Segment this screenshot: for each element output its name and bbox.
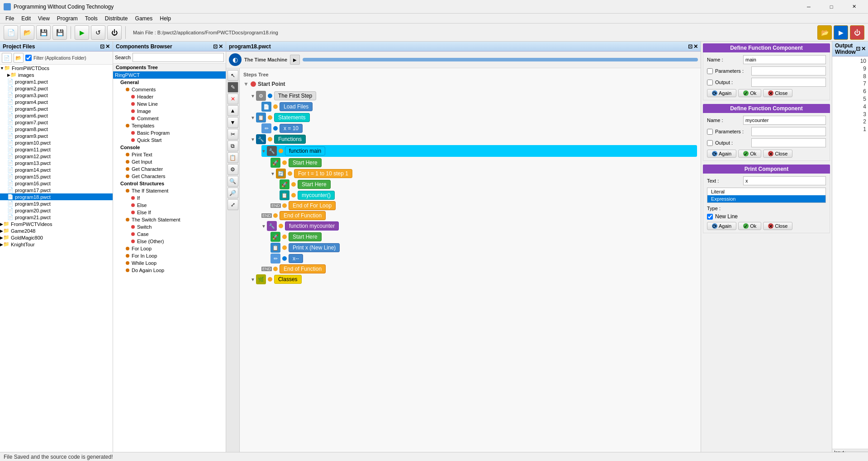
step-arrow-first[interactable]: ▼ xyxy=(251,94,255,99)
comp-item-16[interactable]: The If Statement xyxy=(113,187,226,194)
pf-item-game2048[interactable]: ▶ 📁Game2048 xyxy=(0,227,113,234)
pf-item-prog16[interactable]: 📄program16.pwct xyxy=(0,180,113,187)
step-arrow-statements[interactable]: ▼ xyxy=(251,115,255,120)
pf-filter-checkbox[interactable] xyxy=(25,55,32,61)
comp-item-25[interactable]: For In Loop xyxy=(113,252,226,259)
save-button[interactable]: 💾 xyxy=(36,25,51,40)
pf-item-knightTour[interactable]: ▶ 📁KnightTour xyxy=(0,241,113,248)
dropdown-literal[interactable]: Literal xyxy=(707,188,825,195)
pf-item-prog2[interactable]: 📄program2.pwct xyxy=(0,85,113,92)
power-right-button[interactable]: ⏻ xyxy=(850,25,864,40)
name-input-mc[interactable] xyxy=(743,116,826,125)
output-input-main[interactable] xyxy=(751,78,826,87)
cb-icon-1[interactable]: ⊡ xyxy=(213,43,218,50)
comp-item-24[interactable]: For Loop xyxy=(113,245,226,252)
pf-item-prog15[interactable]: 📄program15.pwct xyxy=(0,173,113,180)
menu-tools[interactable]: Tools xyxy=(81,14,101,23)
ow-icons[interactable]: ⊡ ✕ xyxy=(856,46,866,52)
vt-zoom-out-btn[interactable]: 🔎 xyxy=(228,188,238,198)
again-btn-print[interactable]: ⟳Again xyxy=(707,222,736,230)
pf-item-prog3[interactable]: 📄program3.pwct xyxy=(0,92,113,99)
power-button[interactable]: ⏻ xyxy=(107,25,122,40)
menu-file[interactable]: File xyxy=(2,14,18,23)
close-btn-mc[interactable]: ✕Close xyxy=(763,150,792,158)
menu-edit[interactable]: Edit xyxy=(18,14,34,23)
comp-item-11[interactable]: Print Text xyxy=(113,151,226,158)
output-checkbox-main[interactable] xyxy=(707,80,713,85)
step-func-main-label[interactable]: function main xyxy=(285,146,325,155)
project-files-icons[interactable]: ⊡ ✕ xyxy=(100,43,110,50)
step-functions-label[interactable]: Functions xyxy=(274,135,306,144)
time-machine-icon[interactable]: ◐ xyxy=(229,53,242,66)
pf-item-prog19[interactable]: 📄program19.pwct xyxy=(0,200,113,207)
pf-item-goldMagic800[interactable]: ▶ 📁GoldMagic800 xyxy=(0,234,113,241)
pf-icon-2[interactable]: ✕ xyxy=(105,43,110,50)
step-load-files-label[interactable]: Load Files xyxy=(280,102,313,111)
play-right-button[interactable]: ▶ xyxy=(834,25,848,40)
comp-item-4[interactable]: New Line xyxy=(113,100,226,108)
pf-item-prog11[interactable]: 📄program11.pwct xyxy=(0,146,113,153)
step-functions[interactable]: ▼ 🔧 Functions xyxy=(251,134,697,144)
step-x-decrement[interactable]: ✏ x-- xyxy=(270,254,697,263)
comp-item-13[interactable]: Get Character xyxy=(113,165,226,173)
menu-games[interactable]: Games xyxy=(132,14,157,23)
vt-cursor-btn[interactable]: ↖ xyxy=(228,70,238,81)
comp-item-0[interactable]: RingPWCT xyxy=(113,71,226,79)
step-func-main[interactable]: ▼ 🔧 function main xyxy=(261,145,697,157)
search-input[interactable] xyxy=(133,53,224,62)
pf-item-prog17[interactable]: 📄program17.pwct xyxy=(0,187,113,193)
step-start-here-3-label[interactable]: Start Here xyxy=(289,232,322,241)
vt-copy-btn[interactable]: ⧉ xyxy=(228,141,238,151)
step-arrow-for[interactable]: ▼ xyxy=(270,171,275,176)
step-end-func-1[interactable]: END End of Function xyxy=(261,211,697,220)
comp-item-14[interactable]: Get Characters xyxy=(113,173,226,180)
step-arrow-functions[interactable]: ▼ xyxy=(251,137,255,142)
params-checkbox-main[interactable] xyxy=(707,68,713,74)
close-btn-print[interactable]: ✕Close xyxy=(763,222,792,230)
dropdown-expression[interactable]: Expression xyxy=(707,195,825,202)
pe-icons[interactable]: ⊡ ✕ xyxy=(688,43,698,50)
pf-item-prog21[interactable]: 📄program21.pwct xyxy=(0,214,113,221)
close-btn-main[interactable]: ✕Close xyxy=(763,89,792,97)
step-arrow-func-mc[interactable]: ▼ xyxy=(261,224,266,229)
step-arrow-classes[interactable]: ▼ xyxy=(251,277,255,282)
comp-item-7[interactable]: Templates xyxy=(113,122,226,129)
ok-btn-main[interactable]: ✓Ok xyxy=(738,89,761,97)
comp-item-1[interactable]: General xyxy=(113,79,226,86)
newline-checkbox[interactable] xyxy=(707,214,713,220)
step-x-assign-label[interactable]: x = 10 xyxy=(280,124,303,133)
step-print-x[interactable]: 📋 Print x (New Line) xyxy=(270,243,697,253)
ok-btn-print[interactable]: ✓Ok xyxy=(738,222,761,230)
comp-item-23[interactable]: Else (Other) xyxy=(113,238,226,245)
pf-open-btn[interactable]: 📂 xyxy=(14,53,24,63)
output-checkbox-mc[interactable] xyxy=(707,140,713,146)
vt-up-btn[interactable]: ▲ xyxy=(228,105,238,116)
pe-icon-2[interactable]: ✕ xyxy=(693,43,698,50)
comp-item-8[interactable]: Basic Program xyxy=(113,129,226,136)
pf-item-fromPWCTDocs[interactable]: ▼ 📁FromPWCTDocs xyxy=(0,65,113,71)
run-button[interactable]: ▶ xyxy=(75,25,89,40)
step-statements[interactable]: ▼ 📋 Statements xyxy=(251,113,697,122)
pf-item-prog13[interactable]: 📄program13.pwct xyxy=(0,160,113,166)
vt-down-btn[interactable]: ▼ xyxy=(228,117,238,128)
step-end-func-2[interactable]: END End of Function xyxy=(261,264,697,273)
step-x-assign[interactable]: ✏ x = 10 xyxy=(261,123,697,133)
comp-item-21[interactable]: Switch xyxy=(113,223,226,230)
pf-item-prog5[interactable]: 📄program5.pwct xyxy=(0,105,113,112)
step-classes-label[interactable]: Classes xyxy=(274,275,302,284)
comp-item-9[interactable]: Quick Start xyxy=(113,136,226,144)
pf-item-prog4[interactable]: 📄program4.pwct xyxy=(0,99,113,105)
vt-settings-btn[interactable]: ⚙ xyxy=(228,164,238,175)
comp-item-17[interactable]: If xyxy=(113,194,226,202)
pf-item-prog1[interactable]: 📄program1.pwct xyxy=(0,78,113,85)
comp-item-3[interactable]: Header xyxy=(113,93,226,100)
vt-edit-btn[interactable]: ✎ xyxy=(228,82,238,93)
params-input-mc[interactable] xyxy=(751,127,826,136)
step-mycounter-call[interactable]: 📋 mycounter() xyxy=(280,190,697,200)
menu-view[interactable]: View xyxy=(34,14,53,23)
step-start-here-1-label[interactable]: Start Here xyxy=(289,158,322,167)
step-first-step-label[interactable]: The First Step xyxy=(274,91,316,100)
step-start-here-2-label[interactable]: Start Here xyxy=(298,180,331,189)
pf-item-prog14[interactable]: 📄program14.pwct xyxy=(0,166,113,173)
vt-cut-btn[interactable]: ✂ xyxy=(228,129,238,140)
